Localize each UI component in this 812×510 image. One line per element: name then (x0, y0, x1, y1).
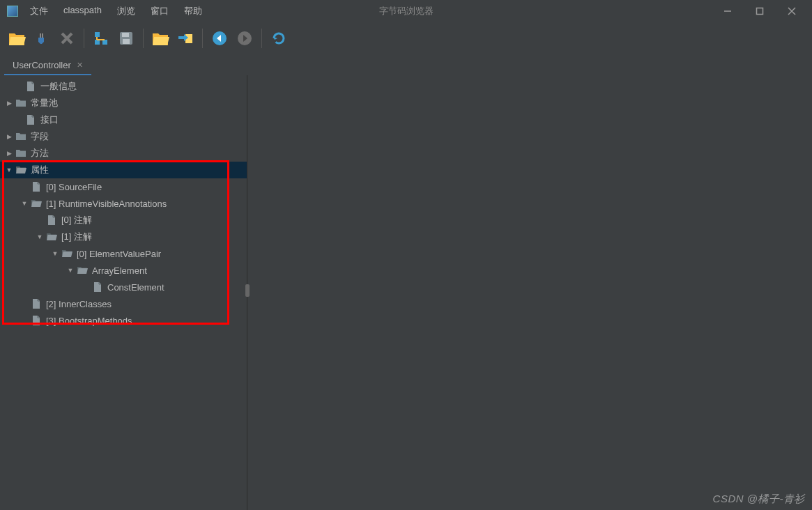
watermark: CSDN @橘子-青衫 (713, 493, 805, 506)
file-icon (31, 316, 42, 325)
structure-tree: ▶ 一般信息 ▶ 常量池 ▶ 接口 ▶ 字段 (0, 75, 247, 329)
folder-icon (15, 98, 26, 108)
tree-node-attributes[interactable]: ▼ 属性 (0, 162, 247, 178)
tree-node-methods[interactable]: ▶ 方法 (0, 145, 247, 162)
tab-close-icon[interactable]: ✕ (77, 61, 83, 70)
collapse-icon[interactable]: ▼ (50, 250, 60, 257)
tree-label: 常量池 (31, 97, 58, 109)
expand-icon[interactable]: ▶ (4, 133, 14, 140)
collapse-icon[interactable]: ▼ (35, 233, 45, 240)
reload-button[interactable] (269, 29, 289, 48)
tree-label: [3] BootstrapMethods (46, 316, 132, 326)
app-icon (7, 6, 18, 17)
file-icon (31, 182, 42, 192)
tab-label: UserController (13, 60, 71, 70)
tree-label: [1] 注解 (61, 231, 92, 243)
open-folder-button[interactable] (151, 29, 170, 48)
expand-icon[interactable]: ▶ (4, 100, 14, 107)
minimize-button[interactable] (712, 0, 744, 22)
folder-icon (15, 132, 26, 141)
file-icon (31, 299, 42, 309)
tree-panel[interactable]: ▶ 一般信息 ▶ 常量池 ▶ 接口 ▶ 字段 (0, 75, 247, 510)
window-title: 字节码浏览器 (379, 5, 434, 17)
menu-classpath[interactable]: classpath (56, 1, 109, 22)
tab-usercontroller[interactable]: UserController ✕ (4, 56, 91, 75)
tab-bar: UserController ✕ (0, 54, 812, 75)
folder-open-icon (31, 199, 42, 208)
toolbar-divider (261, 29, 262, 48)
toolbar-divider (202, 29, 203, 48)
tree-node-constpool[interactable]: ▶ 常量池 (0, 95, 247, 111)
menu-help[interactable]: 帮助 (176, 1, 210, 22)
tree-node-arrayelem[interactable]: ▼ ArrayElement (0, 262, 247, 279)
file-icon (25, 115, 36, 125)
tree-node-anno1[interactable]: ▼ [1] 注解 (0, 229, 247, 245)
tree-node-general[interactable]: ▶ 一般信息 (0, 78, 247, 95)
main-area: ▶ 一般信息 ▶ 常量池 ▶ 接口 ▶ 字段 (0, 75, 812, 510)
folder-open-icon (15, 165, 26, 175)
tree-label: 一般信息 (40, 80, 77, 93)
menu-bar: 文件 classpath 浏览 窗口 帮助 (22, 1, 210, 22)
folder-open-icon (77, 265, 88, 275)
forward-button[interactable] (235, 29, 254, 48)
menu-window[interactable]: 窗口 (143, 1, 176, 22)
expand-icon[interactable]: ▶ (4, 150, 14, 157)
open-file-button[interactable] (7, 29, 26, 48)
tree-label: [0] 注解 (61, 214, 92, 226)
collapse-icon[interactable]: ▼ (4, 167, 14, 173)
content-panel (247, 75, 812, 510)
file-icon (25, 82, 36, 91)
maximize-button[interactable] (744, 0, 776, 22)
folder-open-icon (61, 249, 72, 258)
tree-node-evp[interactable]: ▼ [0] ElementValuePair (0, 245, 247, 262)
tree-button[interactable] (91, 29, 111, 48)
tree-label: 属性 (31, 164, 49, 176)
folder-open-icon (46, 232, 57, 242)
tree-node-constelem[interactable]: ▶ ConstElement (0, 279, 247, 295)
tree-node-interfaces[interactable]: ▶ 接口 (0, 111, 247, 128)
title-bar: 文件 classpath 浏览 窗口 帮助 字节码浏览器 (0, 0, 812, 22)
tree-label: [0] SourceFile (46, 182, 102, 192)
tree-node-fields[interactable]: ▶ 字段 (0, 128, 247, 145)
tree-label: ArrayElement (92, 265, 147, 276)
tree-label: ConstElement (107, 282, 164, 293)
back-button[interactable] (210, 29, 229, 48)
tree-label: [0] ElementValuePair (77, 249, 161, 259)
toolbar-divider (143, 29, 144, 48)
window-controls (712, 0, 808, 22)
menu-file[interactable]: 文件 (22, 1, 56, 22)
tree-node-anno0[interactable]: ▶ [0] 注解 (0, 212, 247, 229)
tree-node-bootstrap[interactable]: ▶ [3] BootstrapMethods (0, 312, 247, 329)
file-icon (92, 282, 103, 292)
tree-node-rva[interactable]: ▼ [1] RuntimeVisibleAnnotations (0, 195, 247, 212)
tree-label: 接口 (40, 114, 59, 126)
close-button[interactable] (776, 0, 808, 22)
tree-node-sourcefile[interactable]: ▶ [0] SourceFile (0, 178, 247, 195)
delete-button[interactable] (57, 29, 77, 48)
save-button[interactable] (116, 29, 136, 48)
tree-label: 字段 (31, 130, 49, 143)
export-button[interactable] (176, 29, 195, 48)
tree-label: [1] RuntimeVisibleAnnotations (46, 199, 167, 209)
file-icon (46, 215, 57, 225)
menu-browse[interactable]: 浏览 (109, 1, 143, 22)
tree-label: 方法 (31, 147, 49, 160)
toolbar (0, 22, 812, 54)
tree-label: [2] InnerClasses (46, 299, 112, 309)
folder-icon (15, 148, 26, 158)
splitter-handle[interactable] (245, 284, 250, 297)
plugin-button[interactable] (32, 29, 52, 48)
toolbar-divider (84, 29, 84, 48)
collapse-icon[interactable]: ▼ (66, 267, 75, 274)
tree-node-innerclasses[interactable]: ▶ [2] InnerClasses (0, 295, 247, 312)
collapse-icon[interactable]: ▼ (20, 200, 29, 207)
svg-rect-11 (757, 8, 763, 15)
